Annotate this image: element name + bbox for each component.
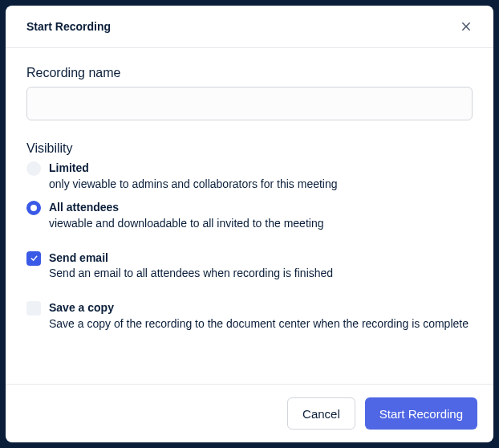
start-recording-modal: Start Recording Recording name Visibilit… — [6, 6, 493, 442]
option-desc: only viewable to admins and collaborator… — [49, 177, 473, 192]
checkbox-send-email[interactable] — [26, 251, 41, 266]
radio-checked-icon — [26, 201, 41, 215]
modal-body: Recording name Visibility Limited only v… — [6, 48, 493, 384]
radio-unchecked-icon — [26, 161, 41, 176]
close-icon — [460, 20, 473, 33]
checkbox-unchecked-icon — [26, 301, 41, 316]
option-title: Limited — [49, 161, 473, 176]
recording-name-input[interactable] — [26, 87, 473, 120]
checkbox-checked-icon — [26, 251, 41, 266]
option-title: Save a copy — [49, 300, 473, 316]
option-desc: Send an email to all attendees when reco… — [49, 266, 473, 281]
recording-name-label: Recording name — [26, 66, 473, 80]
cancel-button[interactable]: Cancel — [287, 397, 355, 430]
radio-all-attendees[interactable] — [26, 201, 41, 215]
option-desc: viewable and downloadable to all invited… — [49, 216, 473, 231]
start-recording-button[interactable]: Start Recording — [365, 397, 477, 430]
modal-header: Start Recording — [6, 6, 493, 48]
option-save-copy[interactable]: Save a copy Save a copy of the recording… — [26, 300, 473, 332]
option-desc: Save a copy of the recording to the docu… — [49, 316, 473, 332]
modal-title: Start Recording — [26, 20, 111, 33]
modal-footer: Cancel Start Recording — [6, 384, 493, 442]
visibility-label: Visibility — [26, 141, 473, 156]
visibility-option-all-attendees[interactable]: All attendees viewable and downloadable … — [26, 200, 473, 231]
close-button[interactable] — [456, 17, 476, 36]
option-send-email[interactable]: Send email Send an email to all attendee… — [26, 250, 473, 282]
visibility-option-limited[interactable]: Limited only viewable to admins and coll… — [26, 161, 473, 192]
option-title: Send email — [49, 250, 473, 266]
radio-limited[interactable] — [26, 161, 41, 176]
checkbox-save-copy[interactable] — [26, 301, 41, 316]
option-title: All attendees — [49, 200, 473, 215]
